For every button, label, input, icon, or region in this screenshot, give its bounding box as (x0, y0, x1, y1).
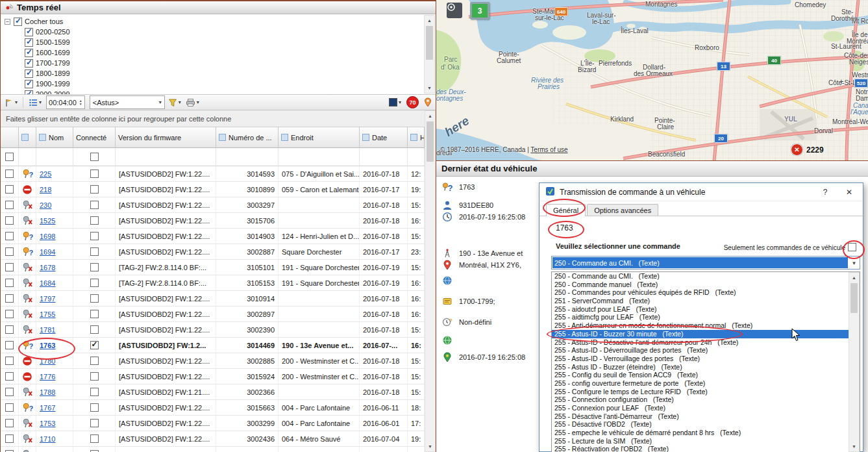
list-scrollbar[interactable] (849, 272, 860, 452)
tab-general[interactable]: Général (546, 204, 586, 216)
tree-item[interactable]: 1800-1899 (3, 68, 423, 79)
vehicle-link[interactable]: 1780 (40, 357, 55, 365)
vehicle-link[interactable]: 1781 (40, 326, 55, 334)
command-option[interactable]: 250 - Commandes pour véhicules équipés d… (552, 288, 860, 297)
vehicle-link[interactable]: 1797 (40, 295, 55, 303)
connected-filter-checkbox[interactable] (90, 153, 99, 161)
connected-checkbox[interactable] (90, 388, 99, 396)
row-checkbox[interactable] (5, 341, 14, 349)
command-option[interactable]: 250 - Commande au CMI. (Texte) (552, 272, 860, 281)
command-option[interactable]: 255 - empeche le véhicule de démarré pen… (552, 429, 860, 437)
scroll-up-icon[interactable] (849, 273, 859, 282)
scroll-down-icon[interactable] (849, 442, 859, 451)
command-option[interactable]: 255 - Configure le temps de Lecture RFID… (552, 388, 860, 396)
table-row[interactable]: 1780[ASTUSIDOBD2] FW:1.22....3002885200 … (1, 353, 425, 369)
connected-checkbox[interactable] (90, 372, 99, 381)
table-row[interactable]: 230[ASTUSIDOBD2] FW:1.22....30032972016-… (1, 197, 425, 213)
group-by-bar[interactable]: Faites glisser un entête de colonne ici … (1, 110, 425, 127)
table-row[interactable]: 17[ASTUSIDOBD2] FW:1.223002600004 - Parc… (1, 447, 425, 452)
command-option[interactable]: 255 - aidoutcf pour LEAF (Texte) (552, 305, 860, 314)
connected-checkbox[interactable] (90, 419, 99, 427)
scrollbar-thumb[interactable] (427, 121, 434, 162)
help-button[interactable]: ? (815, 185, 835, 199)
map-pin-button[interactable] (423, 97, 433, 108)
command-option[interactable]: 255 - Connexion pour LEAF (Texte) (552, 404, 860, 412)
vehicle-link[interactable]: 1788 (40, 388, 55, 396)
table-row[interactable]: 1797[ASTUSIDOBD2] FW:1.22....30109142016… (1, 291, 425, 307)
row-checkbox[interactable] (5, 216, 14, 225)
row-checkbox[interactable] (5, 263, 14, 271)
row-checkbox[interactable] (5, 434, 14, 443)
table-row[interactable]: 218[ASTUSIDOBD2] FW:1.22....3010899059 -… (1, 182, 425, 197)
tree-checkbox[interactable] (14, 18, 22, 26)
vehicle-link[interactable]: 218 (40, 186, 51, 194)
table-row[interactable]: ?1763[ASTUSIDOBD2] FW:1.2...3014469190 -… (1, 338, 425, 353)
terms-of-use-link[interactable]: Terms of use (530, 146, 567, 153)
row-checkbox[interactable] (5, 310, 14, 318)
command-option[interactable]: 255 - Anti-démarreur en mode de fonction… (552, 321, 860, 330)
close-icon[interactable]: ✕ (791, 144, 803, 156)
map-alert-badge[interactable]: ✕ 2229 (791, 144, 824, 156)
close-button[interactable]: ✕ (839, 185, 859, 199)
column-header-firmware[interactable]: Version du firmware (116, 127, 216, 148)
column-header-date[interactable]: Date (360, 127, 408, 148)
vehicle-link[interactable]: 1678 (40, 264, 55, 271)
command-option[interactable]: 255 - Connection configuration (Texte) (552, 396, 860, 404)
scroll-up-icon[interactable] (425, 111, 435, 121)
tree-item[interactable]: 1500-1599 (3, 37, 423, 47)
table-row[interactable]: 1678[TAG-2] FW:2.8.114.0 BF:...310510119… (1, 260, 425, 275)
command-option[interactable]: 255 - Astus-ID - Buzzer 30 minute (Texte… (552, 330, 860, 338)
column-header-endroit[interactable]: Endroit (279, 127, 360, 148)
connected-checkbox[interactable] (90, 185, 99, 194)
tree-checkbox[interactable] (25, 49, 33, 57)
connected-checkbox[interactable] (90, 263, 99, 271)
command-option[interactable]: 255 - aidtimcfg pour LEAF (Texte) (552, 313, 860, 321)
command-option[interactable]: 255 - Astus-ID - Déverrouillage des port… (552, 346, 860, 355)
command-option[interactable]: 255 - Astus ID - Buzzer (éteindre) (Text… (552, 363, 860, 371)
vehicle-link[interactable]: 1684 (40, 279, 55, 287)
tree-item[interactable]: 1600-1699 (3, 47, 423, 58)
table-row[interactable]: ?225[ASTUSIDOBD2] FW:1.22....3014593075 … (1, 166, 425, 182)
tree-item[interactable]: 1900-1999 (3, 79, 423, 89)
tree-checkbox[interactable] (25, 28, 33, 36)
table-row[interactable]: ?1698[ASTUSIDOBD2] FW:1.22....3014903124… (1, 229, 425, 244)
scroll-up-icon[interactable] (425, 16, 434, 25)
row-checkbox[interactable] (5, 403, 14, 412)
connected-checkbox[interactable] (90, 294, 99, 303)
chevron-down-icon[interactable] (849, 260, 860, 266)
row-checkbox[interactable] (5, 232, 14, 240)
vehicle-link[interactable]: 1710 (40, 435, 55, 443)
scrollbar-thumb[interactable] (850, 283, 858, 313)
table-row[interactable]: 1753[ASTUSIDOBD2] FW:1.22....3003299004 … (1, 416, 425, 431)
row-checkbox[interactable] (5, 419, 14, 427)
column-header-nom[interactable]: Nom (36, 127, 73, 148)
select-all-checkbox[interactable] (5, 153, 14, 161)
row-checkbox[interactable] (5, 185, 14, 194)
command-option[interactable]: 255 - Désactivé l'OBD2 (Texte) (552, 420, 860, 429)
column-header-heure[interactable]: H (408, 127, 425, 148)
vehicle-link[interactable]: 1763 (40, 342, 55, 349)
command-option[interactable]: 255 - Lecture de la SIM (Texte) (552, 437, 860, 446)
command-option[interactable]: 255 - Désactive l'anti-Démarreur (Texte) (552, 412, 860, 421)
column-header-select[interactable] (1, 127, 19, 148)
column-header-connecte[interactable]: Connecté (73, 127, 116, 148)
locate-button[interactable] (447, 3, 462, 18)
vehicle-filter-combobox[interactable]: <Astus> (90, 95, 165, 109)
table-row[interactable]: 1684[TAG-2] FW:2.8.114.0 BF:...310515319… (1, 275, 425, 291)
vehicle-link[interactable]: 1525 (40, 217, 55, 225)
connected-checkbox[interactable] (90, 201, 99, 209)
connected-checkbox[interactable] (90, 403, 99, 412)
table-row[interactable]: ?1694[ASTUSIDOBD2] FW:1.22....3002887Squ… (1, 244, 425, 260)
tree-checkbox[interactable] (25, 69, 33, 78)
vehicle-link[interactable]: 225 (40, 170, 51, 178)
tree-item[interactable]: −Cocher tous (3, 16, 423, 27)
dialog-titlebar[interactable]: Transmission de commande à un véhicule ?… (539, 183, 863, 201)
connected-checkbox[interactable] (90, 310, 99, 318)
column-header-status[interactable] (19, 127, 36, 148)
vehicle-link[interactable]: 1755 (40, 310, 55, 318)
row-checkbox[interactable] (5, 247, 14, 256)
connected-checkbox[interactable] (90, 247, 99, 256)
scrollbar-thumb[interactable] (426, 26, 433, 60)
tree-checkbox[interactable] (25, 59, 33, 68)
table-row[interactable]: ?1767[ASTUSIDOBD2] FW:1.22....3015663004… (1, 400, 425, 416)
